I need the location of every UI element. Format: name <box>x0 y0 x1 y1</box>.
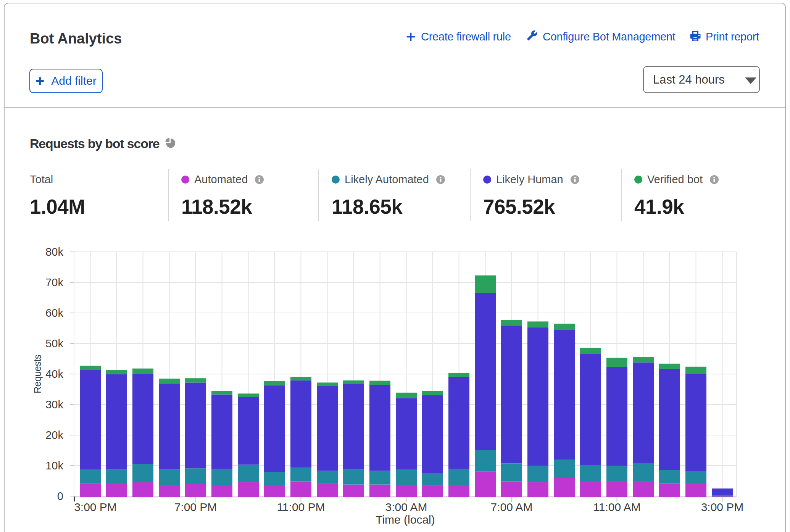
svg-text:40k: 40k <box>45 368 63 380</box>
svg-text:30k: 30k <box>45 398 63 411</box>
svg-text:80k: 80k <box>45 246 63 258</box>
svg-text:11:00 AM: 11:00 AM <box>593 501 641 513</box>
svg-text:7:00 PM: 7:00 PM <box>174 501 217 513</box>
svg-text:3:00 PM: 3:00 PM <box>74 501 117 513</box>
svg-text:Time (local): Time (local) <box>376 513 435 526</box>
svg-text:Requests: Requests <box>32 355 43 393</box>
svg-text:60k: 60k <box>45 307 63 319</box>
svg-text:3:00 PM: 3:00 PM <box>701 501 744 513</box>
svg-text:50k: 50k <box>45 337 63 350</box>
svg-text:10k: 10k <box>45 459 63 472</box>
svg-text:0: 0 <box>57 490 63 502</box>
svg-text:11:00 PM: 11:00 PM <box>277 501 325 513</box>
svg-text:3:00 AM: 3:00 AM <box>385 501 427 513</box>
svg-text:70k: 70k <box>45 276 63 289</box>
svg-text:20k: 20k <box>45 429 63 441</box>
svg-text:7:00 AM: 7:00 AM <box>490 501 532 513</box>
